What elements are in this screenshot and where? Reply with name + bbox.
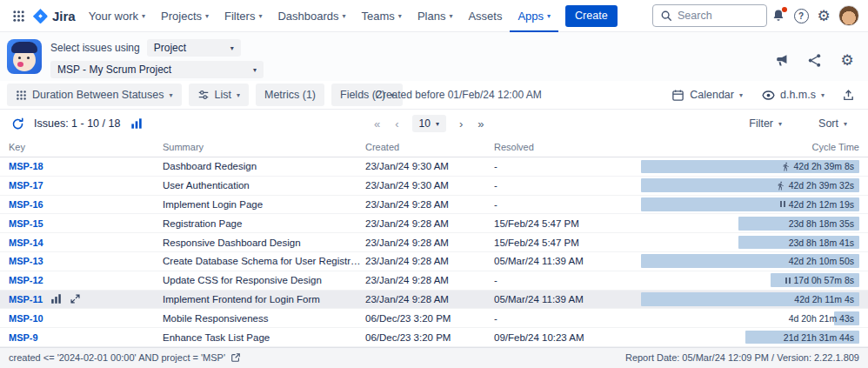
issue-row[interactable]: MSP-14 Responsive Dashboard Design 23/Ja… [0, 233, 868, 252]
time-format-button[interactable]: d.h.m.s ▾ [755, 84, 831, 106]
nav-item-apps[interactable]: Apps ▾ [510, 0, 558, 32]
nav-item-label: Dashboards [277, 10, 338, 23]
last-page-icon[interactable]: » [476, 116, 485, 132]
issue-row[interactable]: MSP-18 Dashboard Redesign 23/Jan/24 9:30… [0, 157, 868, 177]
issue-key-link[interactable]: MSP-16 [9, 199, 43, 210]
feedback-megaphone-icon[interactable] [772, 51, 790, 69]
help-icon[interactable]: ? [790, 4, 812, 27]
issue-row[interactable]: MSP-9 Enhance Task List Page 06/Dec/23 3… [0, 328, 868, 347]
nav-item-assets[interactable]: Assets [460, 0, 510, 32]
issue-key-link[interactable]: MSP-18 [9, 161, 43, 171]
nav-item-your-work[interactable]: Your work ▾ [81, 0, 153, 32]
pagination: « ‹ 10 ▾ › » [372, 115, 486, 132]
issue-row[interactable]: MSP-13 Create Database Schema for User R… [0, 252, 868, 271]
chevron-down-icon: ▾ [547, 13, 551, 20]
cycle-time-cell: 17d 0h 57m 8s [600, 271, 868, 290]
issue-resolved: 05/Mar/24 11:39 AM [494, 256, 600, 266]
user-avatar[interactable] [838, 5, 859, 26]
key-icons [50, 293, 81, 304]
share-icon[interactable] [805, 51, 823, 69]
issue-key-link[interactable]: MSP-12 [9, 275, 43, 285]
row-expand-icon[interactable] [70, 293, 81, 304]
issue-resolved: - [494, 313, 600, 324]
issue-key-link[interactable]: MSP-9 [9, 332, 38, 343]
project-select[interactable]: MSP - My Scrum Project ▾ [50, 61, 264, 78]
cycle-time-label: 42d 2h 39m 8s [794, 161, 854, 171]
filter-button[interactable]: Filter ▾ [742, 112, 789, 135]
refresh-icon[interactable] [9, 115, 26, 132]
walker-icon [781, 162, 791, 171]
metrics-button[interactable]: Metrics (1) [256, 84, 324, 106]
app-menu-button[interactable]: Duration Between Statuses ▾ [7, 84, 182, 106]
jira-logo-text: Jira [52, 9, 76, 23]
app-switcher-icon[interactable] [7, 4, 30, 27]
chevron-down-icon: ▾ [253, 67, 257, 74]
cycle-time-cell: 42d 2h 11m 4s [600, 291, 868, 309]
nav-item-label: Plans [417, 10, 446, 23]
nav-item-plans[interactable]: Plans ▾ [410, 0, 461, 32]
page-size-select[interactable]: 10 ▾ [412, 115, 446, 132]
calendar-icon [671, 89, 684, 102]
prev-page-icon[interactable]: ‹ [393, 116, 400, 132]
app-settings-gear-icon[interactable]: ⚙ [838, 51, 856, 69]
notifications-icon[interactable] [767, 4, 790, 27]
issue-row[interactable]: MSP-16 Implement Login Page 23/Jan/24 9:… [0, 196, 868, 215]
issue-key-link[interactable]: MSP-10 [9, 313, 43, 324]
issue-row[interactable]: MSP-15 Registration Page 23/Jan/24 9:28 … [0, 214, 868, 233]
nav-item-projects[interactable]: Projects ▾ [153, 0, 217, 32]
issue-summary: Implement Login Page [163, 199, 365, 210]
app-window: Jira Your work ▾ Projects ▾ Filters ▾ Da… [0, 0, 868, 368]
chevron-down-icon: ▾ [258, 13, 262, 20]
issue-key-link[interactable]: MSP-11 [9, 294, 43, 304]
nav-item-dashboards[interactable]: Dashboards ▾ [270, 0, 353, 32]
issue-row[interactable]: MSP-12 Update CSS for Responsive Design … [0, 271, 868, 291]
issue-key-link[interactable]: MSP-14 [9, 238, 43, 248]
jira-logo-icon [33, 9, 48, 23]
select-issues-label: Select issues using [50, 42, 140, 54]
pause-icon [785, 278, 791, 284]
issue-row[interactable]: MSP-11 Implement Frontend for Login Form… [0, 291, 868, 310]
nav-item-filters[interactable]: Filters ▾ [217, 0, 270, 32]
create-button[interactable]: Create [565, 5, 618, 27]
calendar-button[interactable]: Calendar ▾ [664, 84, 750, 106]
external-link-icon[interactable] [230, 352, 241, 363]
issue-key-link[interactable]: MSP-15 [9, 218, 43, 229]
top-navigation: Jira Your work ▾ Projects ▾ Filters ▾ Da… [0, 0, 868, 32]
issue-resolved: - [494, 199, 600, 210]
issue-created: 23/Jan/24 9:30 AM [365, 161, 494, 171]
cycle-time-cell: 4d 20h 21m 43s [600, 309, 868, 327]
row-chart-icon[interactable] [50, 293, 62, 304]
cycle-time-cell: 42d 2h 39m 32s [600, 177, 868, 195]
issue-key-link[interactable]: MSP-17 [9, 180, 43, 191]
chart-toggle-icon[interactable] [128, 115, 145, 132]
cycle-time-cell: 42d 2h 10m 50s [600, 252, 868, 271]
eye-icon [762, 89, 775, 102]
search-box[interactable] [652, 4, 767, 27]
issue-source-select[interactable]: Project ▾ [147, 39, 241, 57]
search-input[interactable] [678, 10, 759, 22]
jql-query-text: created <= '2024-02-01 00:00' AND projec… [9, 352, 225, 363]
issue-key-link[interactable]: MSP-13 [9, 256, 43, 266]
issue-row[interactable]: MSP-10 Mobile Responsiveness 06/Dec/23 3… [0, 309, 868, 328]
nav-item-label: Filters [224, 10, 255, 23]
nav-item-teams[interactable]: Teams ▾ [354, 0, 410, 32]
issue-summary: Mobile Responsiveness [163, 313, 365, 324]
first-page-icon[interactable]: « [372, 116, 382, 132]
sort-button[interactable]: Sort ▾ [811, 112, 854, 135]
cycle-time-label: 23d 8h 18m 41s [789, 238, 854, 248]
jira-logo[interactable]: Jira [33, 9, 76, 23]
settings-gear-icon[interactable]: ⚙ [812, 4, 835, 27]
view-mode-button[interactable]: List ▾ [189, 84, 249, 106]
issue-created: 06/Dec/23 3:20 PM [365, 313, 494, 324]
export-icon[interactable] [837, 84, 859, 106]
cycle-time-label: 42d 2h 10m 50s [789, 256, 854, 266]
issue-summary: Enhance Task List Page [163, 332, 365, 343]
nav-item-label: Teams [362, 10, 395, 23]
issue-summary: Registration Page [163, 218, 365, 229]
issue-row[interactable]: MSP-17 User Authentication 23/Jan/24 9:3… [0, 177, 868, 196]
app-header-actions: ⚙ [772, 51, 856, 69]
issue-created: 23/Jan/24 9:28 AM [365, 294, 494, 304]
nav-item-label: Apps [517, 10, 544, 23]
issue-summary: Create Database Schema for User Registra… [163, 256, 365, 266]
next-page-icon[interactable]: › [457, 116, 464, 132]
